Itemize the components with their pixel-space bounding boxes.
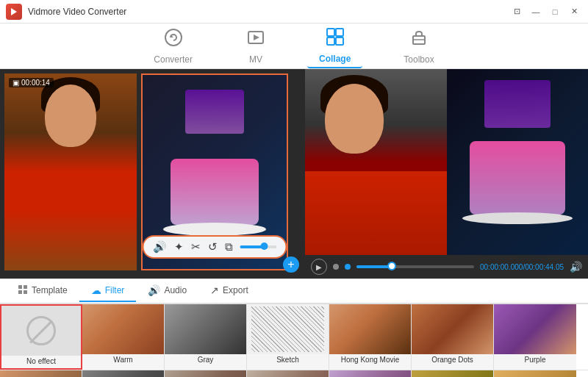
filter-warm-label: Warm <box>113 354 132 367</box>
svg-rect-5 <box>336 29 343 36</box>
filter-r2-7-thumb <box>494 370 576 377</box>
export-tab-label: Export <box>223 285 248 295</box>
export-tab-icon: ↗ <box>210 284 219 296</box>
play-button[interactable]: ▶ <box>311 259 327 275</box>
filter-r2-5[interactable] <box>329 370 412 377</box>
tab-converter-label: Converter <box>154 54 193 65</box>
filter-r2-3[interactable] <box>165 370 247 377</box>
tab-template[interactable]: Template <box>6 280 79 303</box>
filter-row-1: No effect Warm Gray Sketch <box>0 304 588 370</box>
tab-toolbox-label: Toolbox <box>404 54 434 65</box>
progress-thumb <box>387 262 396 270</box>
main-content: ▣ 00:00:14 🔊 ✦ ✂ ↺ ⧉ <box>0 69 588 279</box>
toolbox-icon <box>409 27 429 52</box>
filter-r2-7[interactable] <box>494 370 576 377</box>
volume-tool-icon[interactable]: 🔊 <box>153 240 167 254</box>
svg-rect-11 <box>24 285 27 289</box>
filter-grid: No effect Warm Gray Sketch <box>0 304 588 377</box>
tab-filter[interactable]: ☁ Filter <box>79 280 137 302</box>
filter-orange-dots-thumb <box>412 304 493 354</box>
audio-tab-label: Audio <box>164 285 187 295</box>
filter-hk-movie[interactable]: Hong Kong Movie <box>329 304 412 370</box>
filter-orange-dots[interactable]: Orange Dots <box>412 304 494 370</box>
filter-tab-label: Filter <box>105 285 125 295</box>
tab-collage-label: Collage <box>319 54 351 64</box>
filter-r2-1-thumb <box>0 370 82 377</box>
filter-r2-6-thumb <box>412 370 493 377</box>
bottom-tabs: Template ☁ Filter 🔊 Audio ↗ Export <box>0 279 588 304</box>
template-tab-label: Template <box>32 285 68 295</box>
svg-rect-10 <box>18 285 22 289</box>
maximize-btn[interactable]: □ <box>547 5 563 18</box>
tab-export[interactable]: ↗ Export <box>198 280 260 302</box>
rotate-tool-icon[interactable]: ↺ <box>208 240 218 254</box>
filter-hk-movie-label: Hong Kong Movie <box>341 354 400 367</box>
filter-gray-label: Gray <box>198 354 214 367</box>
preview-split <box>305 69 588 255</box>
svg-rect-13 <box>24 290 27 294</box>
video-clip-1[interactable]: ▣ 00:00:14 <box>4 73 137 270</box>
playback-bar: ▶ 00:00:00.000/00:00:44.05 🔊 <box>305 255 588 279</box>
filter-gray[interactable]: Gray <box>165 304 247 370</box>
collage-icon <box>325 26 345 51</box>
filter-no-effect-thumb <box>1 306 81 356</box>
tab-converter[interactable]: Converter <box>142 24 204 68</box>
volume-icon-right[interactable]: 🔊 <box>570 261 582 273</box>
filter-purple-label: Purple <box>525 354 546 367</box>
filter-warm-thumb <box>82 304 164 354</box>
svg-rect-6 <box>327 37 334 45</box>
msg-btn[interactable]: ⊡ <box>509 5 525 18</box>
right-panel: ▶ 00:00:00.000/00:00:44.05 🔊 <box>305 69 588 279</box>
mv-icon <box>245 27 266 52</box>
window-controls: ⊡ — □ ✕ <box>509 5 582 18</box>
filter-row-2 <box>0 370 588 377</box>
filter-r2-4[interactable] <box>247 370 329 377</box>
copy-tool-icon[interactable]: ⧉ <box>225 240 233 254</box>
tab-mv[interactable]: MV <box>234 24 278 68</box>
filter-purple-thumb <box>494 304 576 354</box>
audio-tab-icon: 🔊 <box>148 284 160 296</box>
close-btn[interactable]: ✕ <box>566 5 582 18</box>
filter-orange-dots-label: Orange Dots <box>431 354 473 367</box>
filter-panel: No effect Warm Gray Sketch <box>0 304 588 377</box>
clip1-time: 00:00:14 <box>21 79 50 87</box>
clip-toolbar: 🔊 ✦ ✂ ↺ ⧉ <box>143 235 287 259</box>
progress-track[interactable] <box>356 265 474 268</box>
filter-r2-2[interactable] <box>82 370 165 377</box>
left-panel: ▣ 00:00:14 🔊 ✦ ✂ ↺ ⧉ <box>0 69 305 279</box>
sketch-lines <box>251 306 325 351</box>
add-clip-button[interactable]: + <box>283 256 299 273</box>
filter-gray-thumb <box>165 304 246 354</box>
dot-2 <box>345 264 351 270</box>
app-logo <box>6 4 22 20</box>
filter-purple[interactable]: Purple <box>494 304 576 370</box>
dot-1 <box>333 264 339 270</box>
filter-r2-1[interactable] <box>0 370 82 377</box>
time-display: 00:00:00.000/00:00:44.05 <box>480 263 564 271</box>
progress-fill <box>356 265 392 268</box>
filter-hk-movie-thumb <box>329 304 411 354</box>
nav-bar: Converter MV Collage <box>0 24 588 69</box>
filter-sketch-label: Sketch <box>276 354 299 367</box>
filter-no-effect[interactable]: No effect <box>0 304 82 370</box>
filter-warm[interactable]: Warm <box>82 304 165 370</box>
converter-icon <box>163 27 184 52</box>
filter-r2-6[interactable] <box>412 370 494 377</box>
minimize-btn[interactable]: — <box>528 5 544 18</box>
tab-audio[interactable]: 🔊 Audio <box>136 280 198 302</box>
filter-r2-2-thumb <box>82 370 164 377</box>
template-tab-icon <box>18 284 28 297</box>
tab-toolbox[interactable]: Toolbox <box>392 24 445 68</box>
preview-left <box>305 69 447 255</box>
volume-slider[interactable] <box>240 245 277 248</box>
video-clip-2[interactable]: 🔊 ✦ ✂ ↺ ⧉ <box>141 73 288 270</box>
preview-area <box>305 69 588 255</box>
svg-rect-12 <box>18 290 22 294</box>
scissors-tool-icon[interactable]: ✂ <box>191 240 201 254</box>
preview-right <box>447 69 589 255</box>
filter-sketch[interactable]: Sketch <box>247 304 329 370</box>
tab-mv-label: MV <box>249 54 262 65</box>
filter-r2-4-thumb <box>247 370 329 377</box>
effects-tool-icon[interactable]: ✦ <box>174 240 184 254</box>
tab-collage[interactable]: Collage <box>307 24 362 68</box>
